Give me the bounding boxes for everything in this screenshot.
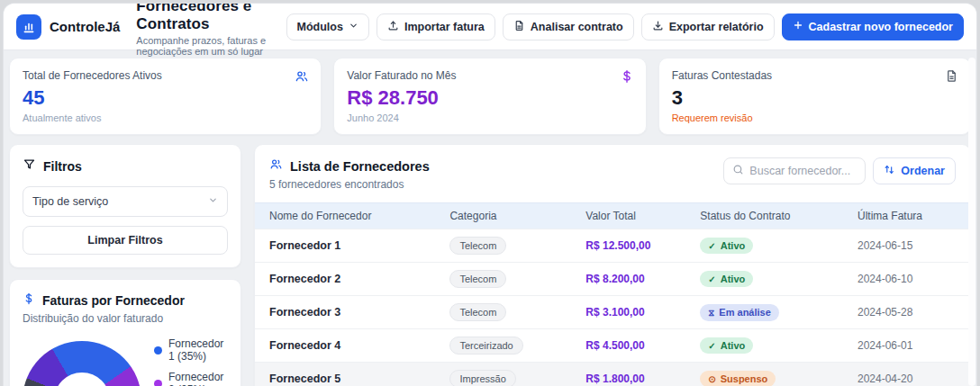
stat-title: Valor Faturado no Mês — [347, 69, 632, 82]
last-invoice-date: 2024-06-10 — [848, 263, 970, 296]
column-header-category[interactable]: Categoria — [440, 203, 576, 229]
service-type-value: Tipo de serviço — [32, 195, 108, 208]
add-supplier-label: Cadastrar novo fornecedor — [809, 21, 953, 33]
category-pill: Telecom — [449, 270, 506, 288]
upload-icon — [387, 20, 399, 34]
filter-funnel-icon — [23, 157, 36, 175]
suppliers-panel-header: Lista de Fornecedores 5 fornecedores enc… — [255, 157, 970, 191]
legend-item: Fornecedor 1 (35%) — [154, 337, 228, 363]
status-label: Ativo — [721, 274, 746, 284]
plus-icon — [793, 20, 803, 33]
export-report-button[interactable]: Exportar relatório — [641, 13, 775, 40]
export-report-label: Exportar relatório — [669, 21, 764, 33]
table-row[interactable]: Fornecedor 4 Terceirizado R$ 4.500,00 At… — [255, 329, 970, 363]
import-invoice-label: Importar fatura — [404, 21, 485, 33]
category-pill: Impressão — [449, 370, 515, 386]
sort-button-label: Ordenar — [901, 165, 945, 177]
legend-dot — [154, 346, 162, 355]
filters-card: Filtros Tipo de serviço Limpar Filtros — [9, 144, 241, 268]
scrollbar[interactable] — [968, 58, 975, 386]
table-row[interactable]: Fornecedor 3 Telecom R$ 3.100,00 Em anál… — [255, 296, 970, 329]
sidebar: Filtros Tipo de serviço Limpar Filtros F… — [9, 144, 241, 386]
status-label: Ativo — [721, 240, 746, 251]
topbar-actions: Módulos Importar fatura Analisar contrat… — [286, 13, 964, 40]
last-invoice-date: 2024-05-28 — [848, 296, 970, 329]
suppliers-table: Nome do Fornecedor Categoria Valor Total… — [255, 202, 970, 386]
stat-caption: Atualmente ativos — [23, 112, 308, 123]
last-invoice-date: 2024-06-15 — [848, 229, 970, 263]
stat-title: Total de Fornecedores Ativos — [23, 69, 308, 82]
status-icon — [708, 307, 714, 319]
stat-value: 3 — [672, 86, 957, 110]
dollar-icon — [23, 292, 35, 309]
status-icon — [708, 274, 715, 284]
clear-filters-button[interactable]: Limpar Filtros — [23, 226, 228, 255]
page-subtitle: Acompanhe prazos, faturas e negociações … — [136, 35, 269, 57]
file-icon — [945, 69, 958, 86]
status-icon — [708, 373, 715, 384]
sort-button[interactable]: Ordenar — [873, 157, 956, 184]
service-type-select[interactable]: Tipo de serviço — [23, 186, 228, 217]
donut-chart: 100% Total — [23, 341, 141, 386]
category-pill: Terceirizado — [449, 337, 522, 355]
table-row[interactable]: Fornecedor 2 Telecom R$ 8.200,00 Ativo 2… — [255, 263, 970, 296]
analyze-contract-label: Analisar contrato — [531, 21, 623, 33]
table-header-row: Nome do Fornecedor Categoria Valor Total… — [255, 203, 970, 229]
sort-arrows-icon — [884, 164, 895, 178]
download-icon — [652, 20, 664, 34]
app-window: ControleJá Fornecedores e Contratos Acom… — [4, 4, 976, 386]
brand-name: ControleJá — [50, 19, 120, 34]
page-title-block: Fornecedores e Contratos Acompanhe prazo… — [136, 4, 269, 57]
supplier-value: R$ 1.800,00 — [576, 363, 691, 386]
modules-button-label: Módulos — [297, 21, 343, 33]
status-label: Suspenso — [721, 373, 768, 384]
stat-card-contested-invoices: Faturas Contestadas 3 Requerem revisão — [658, 58, 971, 135]
category-pill: Telecom — [449, 237, 506, 255]
supplier-value: R$ 12.500,00 — [576, 229, 691, 263]
stat-value: 45 — [23, 86, 308, 110]
supplier-search — [723, 157, 866, 184]
chevron-down-icon — [208, 195, 218, 208]
invoices-chart-card: Faturas por Fornecedor Distribuição do v… — [9, 279, 241, 386]
legend-item: Fornecedor 2 (25%) — [154, 371, 228, 386]
status-label: Ativo — [721, 340, 746, 351]
column-header-status[interactable]: Status do Contrato — [691, 203, 848, 229]
stat-caption: Junho 2024 — [347, 112, 632, 123]
status-icon — [708, 240, 715, 251]
modules-button[interactable]: Módulos — [286, 13, 369, 40]
analyze-contract-button[interactable]: Analisar contrato — [503, 13, 634, 40]
status-badge: Ativo — [700, 271, 753, 287]
stat-title: Faturas Contestadas — [672, 69, 957, 82]
brand[interactable]: ControleJá — [16, 14, 120, 40]
topbar: ControleJá Fornecedores e Contratos Acom… — [4, 4, 976, 50]
status-badge: Ativo — [700, 238, 753, 254]
search-input[interactable] — [749, 165, 857, 177]
supplier-name: Fornecedor 4 — [255, 329, 440, 363]
status-badge: Suspenso — [700, 371, 776, 386]
content-columns: Filtros Tipo de serviço Limpar Filtros F… — [4, 144, 976, 386]
supplier-name: Fornecedor 5 — [255, 363, 440, 386]
chevron-down-icon — [349, 21, 358, 33]
page-title: Fornecedores e Contratos — [136, 4, 269, 33]
table-row[interactable]: Fornecedor 5 Impressão R$ 1.800,00 Suspe… — [255, 363, 970, 386]
suppliers-count: 5 fornecedores encontrados — [269, 178, 430, 191]
suppliers-panel: Lista de Fornecedores 5 fornecedores enc… — [254, 144, 971, 386]
column-header-last-invoice[interactable]: Última Fatura — [848, 203, 970, 229]
users-icon — [269, 157, 283, 175]
filters-title: Filtros — [43, 159, 82, 174]
chart-subtitle: Distribuição do valor faturado — [23, 312, 228, 325]
column-header-name[interactable]: Nome do Fornecedor — [255, 203, 440, 229]
add-supplier-button[interactable]: Cadastrar novo fornecedor — [782, 13, 964, 40]
dollar-icon — [620, 69, 634, 87]
status-label: Em análise — [719, 307, 770, 318]
supplier-name: Fornecedor 2 — [255, 263, 440, 296]
column-header-value[interactable]: Valor Total — [576, 203, 691, 229]
table-row[interactable]: Fornecedor 1 Telecom R$ 12.500,00 Ativo … — [255, 229, 970, 263]
import-invoice-button[interactable]: Importar fatura — [377, 13, 495, 40]
search-icon — [732, 163, 744, 179]
status-badge: Em análise — [700, 304, 779, 321]
chart-title: Faturas por Fornecedor — [42, 293, 185, 308]
stat-caption: Requerem revisão — [672, 112, 957, 123]
last-invoice-date: 2024-06-01 — [848, 329, 970, 363]
legend-dot — [154, 380, 162, 386]
